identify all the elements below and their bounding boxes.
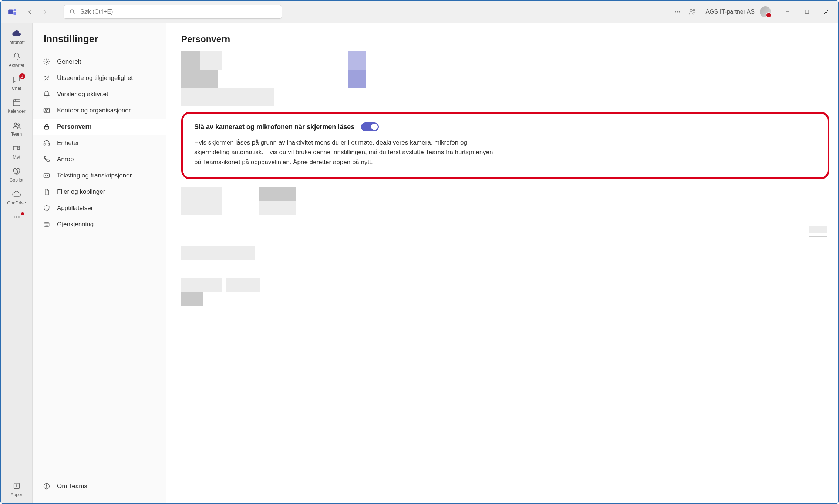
lock-screen-toggle[interactable]	[361, 122, 379, 131]
redacted-region	[181, 187, 838, 306]
settings-item-teksting[interactable]: Teksting og transkripsjoner	[33, 168, 166, 184]
rail-item-chat[interactable]: 1 Chat	[4, 72, 30, 94]
svg-rect-16	[13, 100, 20, 106]
rail-label: OneDrive	[7, 200, 26, 206]
rail-label: Chat	[12, 86, 21, 91]
svg-rect-41	[48, 143, 49, 145]
rail-label: Aktivitet	[9, 63, 24, 68]
copilot-icon	[12, 166, 21, 176]
svg-point-7	[678, 11, 680, 12]
settings-item-label: Kontoer og organisasjoner	[57, 107, 131, 114]
teams-app-icon	[7, 6, 18, 17]
nav-forward-button[interactable]	[38, 6, 51, 18]
svg-point-34	[47, 79, 48, 80]
svg-point-25	[13, 216, 15, 218]
org-name-label: AGS IT-partner AS	[706, 9, 755, 15]
rail-label: Copilot	[10, 177, 23, 183]
setting-description: Hvis skjermen låses på grunn av inaktivi…	[194, 138, 498, 167]
video-icon	[12, 143, 21, 153]
svg-line-4	[73, 13, 75, 14]
settings-item-varsler[interactable]: Varsler og aktivitet	[33, 86, 166, 102]
settings-item-enheter[interactable]: Enheter	[33, 135, 166, 151]
rail-item-mot[interactable]: Møt	[4, 141, 30, 163]
settings-item-utseende[interactable]: Utseende og tilgjengelighet	[33, 70, 166, 86]
info-icon	[42, 482, 51, 491]
svg-rect-0	[8, 9, 13, 14]
file-icon	[42, 187, 51, 196]
more-options-button[interactable]	[671, 6, 684, 18]
people-button[interactable]	[686, 6, 698, 18]
gear-icon	[42, 57, 51, 66]
settings-item-label: Gjenkjenning	[57, 221, 94, 228]
window-maximize-button[interactable]	[798, 6, 815, 18]
notification-dot	[21, 212, 24, 215]
svg-rect-43	[44, 223, 49, 226]
settings-item-label: Personvern	[57, 123, 92, 131]
phone-icon	[42, 155, 51, 164]
recognition-icon	[42, 220, 51, 229]
settings-item-label: Teksting og transkripsjoner	[57, 172, 132, 179]
settings-item-label: Generelt	[57, 58, 81, 65]
headset-icon	[42, 139, 51, 148]
settings-item-label: Apptillatelser	[57, 204, 93, 212]
svg-rect-13	[805, 10, 808, 13]
shield-icon	[42, 204, 51, 213]
settings-item-label: Enheter	[57, 139, 79, 147]
bell-icon	[42, 90, 51, 99]
setting-label: Slå av kameraet og mikrofonen når skjerm…	[194, 123, 354, 131]
svg-point-9	[693, 9, 695, 11]
search-box[interactable]	[64, 5, 282, 19]
rail-label: Intranett	[8, 40, 24, 45]
svg-rect-35	[44, 108, 50, 113]
settings-title: Innstillinger	[33, 23, 166, 54]
settings-item-generelt[interactable]: Generelt	[33, 54, 166, 70]
rail-item-onedrive[interactable]: OneDrive	[4, 186, 30, 209]
app-rail: Intranett Aktivitet 1 Chat Kalender Team…	[1, 23, 33, 503]
settings-item-apptillatelser[interactable]: Apptillatelser	[33, 200, 166, 216]
settings-item-label: Filer og koblinger	[57, 188, 105, 196]
rail-item-team[interactable]: Team	[4, 118, 30, 140]
settings-item-anrop[interactable]: Anrop	[33, 151, 166, 168]
settings-item-about[interactable]: Om Teams	[42, 478, 156, 494]
settings-item-gjenkjenning[interactable]: Gjenkjenning	[33, 216, 166, 233]
settings-item-label: Om Teams	[57, 483, 87, 490]
window-minimize-button[interactable]	[779, 6, 796, 18]
rail-item-more[interactable]	[4, 209, 30, 225]
people-icon	[12, 121, 21, 130]
svg-point-31	[46, 61, 48, 63]
redacted-region	[181, 51, 838, 106]
page-title: Personvern	[181, 23, 838, 51]
rail-item-aktivitet[interactable]: Aktivitet	[4, 49, 30, 71]
avatar[interactable]	[760, 6, 771, 17]
lock-icon	[42, 122, 51, 131]
rail-item-intranett[interactable]: Intranett	[4, 26, 30, 48]
settings-sidebar: Innstillinger Generelt Utseende og tilgj…	[33, 23, 166, 503]
svg-point-1	[13, 9, 16, 11]
settings-item-filer[interactable]: Filer og koblinger	[33, 184, 166, 200]
notification-badge: 1	[19, 73, 25, 79]
svg-point-3	[70, 10, 74, 13]
svg-point-8	[690, 9, 692, 11]
svg-point-33	[48, 77, 48, 78]
rail-item-kalender[interactable]: Kalender	[4, 95, 30, 117]
svg-point-32	[45, 76, 46, 77]
svg-point-21	[17, 124, 19, 125]
svg-rect-40	[44, 143, 45, 145]
settings-item-kontoer[interactable]: Kontoer og organisasjoner	[33, 102, 166, 119]
window-close-button[interactable]	[818, 6, 835, 18]
settings-item-label: Utseende og tilgjengelighet	[57, 74, 133, 82]
rail-item-copilot[interactable]: Copilot	[4, 163, 30, 186]
rail-item-apper[interactable]: Apper	[4, 478, 30, 500]
svg-rect-22	[13, 146, 18, 150]
settings-item-label: Varsler og aktivitet	[57, 91, 108, 98]
highlighted-setting: Slå av kameraet og mikrofonen når skjerm…	[181, 112, 829, 179]
nav-back-button[interactable]	[24, 6, 36, 18]
svg-rect-42	[44, 174, 50, 177]
settings-item-personvern[interactable]: Personvern	[33, 119, 166, 135]
rail-label: Apper	[10, 492, 22, 497]
svg-point-26	[16, 216, 17, 218]
settings-item-label: Anrop	[57, 156, 74, 163]
svg-point-48	[46, 485, 47, 486]
svg-point-27	[18, 216, 20, 218]
search-input[interactable]	[80, 9, 276, 15]
